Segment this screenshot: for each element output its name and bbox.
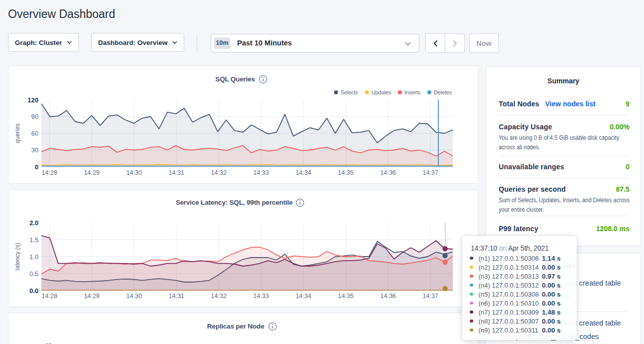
- svg-text:14:31: 14:31: [169, 169, 184, 176]
- svg-text:14:36: 14:36: [380, 169, 396, 176]
- svg-text:14:33: 14:33: [253, 169, 269, 176]
- svg-text:2.0: 2.0: [29, 219, 38, 227]
- svg-text:14:30: 14:30: [126, 169, 142, 176]
- svg-text:queries: queries: [14, 123, 21, 143]
- svg-text:14:30: 14:30: [126, 293, 142, 300]
- svg-text:0: 0: [35, 163, 38, 171]
- svg-text:14:29: 14:29: [84, 293, 99, 300]
- svg-text:1.5: 1.5: [29, 236, 38, 244]
- svg-text:14:32: 14:32: [211, 293, 227, 300]
- svg-text:14:32: 14:32: [211, 169, 227, 176]
- svg-text:latency (s): latency (s): [14, 243, 21, 270]
- svg-text:14:33: 14:33: [253, 293, 269, 300]
- svg-text:14:29: 14:29: [84, 169, 99, 176]
- svg-text:14:28: 14:28: [41, 169, 57, 176]
- svg-text:0.5: 0.5: [29, 270, 38, 278]
- svg-text:14:35: 14:35: [338, 293, 353, 300]
- svg-text:30: 30: [31, 146, 38, 154]
- svg-text:14:37: 14:37: [423, 169, 438, 176]
- svg-text:0.0: 0.0: [29, 287, 38, 295]
- svg-text:14:37: 14:37: [423, 293, 438, 300]
- svg-text:14:34: 14:34: [296, 169, 311, 176]
- svg-text:14:31: 14:31: [169, 293, 184, 300]
- svg-text:90: 90: [31, 113, 38, 120]
- svg-text:14:35: 14:35: [338, 169, 353, 176]
- svg-text:60: 60: [31, 130, 38, 137]
- svg-text:14:36: 14:36: [380, 293, 396, 300]
- svg-text:120: 120: [27, 96, 38, 104]
- svg-text:14:28: 14:28: [41, 293, 57, 300]
- svg-text:14:34: 14:34: [296, 293, 311, 300]
- svg-text:1.0: 1.0: [29, 253, 38, 261]
